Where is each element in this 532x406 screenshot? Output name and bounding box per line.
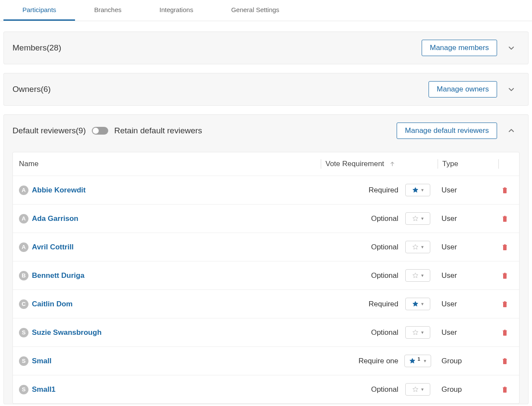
col-header-type-label: Type: [442, 160, 458, 168]
col-header-name-label: Name: [19, 160, 38, 168]
sort-asc-icon: [389, 161, 395, 167]
avatar: A: [19, 186, 28, 195]
svg-rect-23: [504, 387, 506, 387]
svg-rect-12: [503, 302, 507, 307]
reviewer-name-link[interactable]: Abbie Korewdit: [32, 186, 86, 195]
table-row: AAda GarrisonOptional▾User: [13, 204, 519, 233]
svg-rect-18: [503, 359, 507, 364]
manage-owners-button[interactable]: Manage owners: [429, 81, 497, 98]
vote-requirement-dropdown[interactable]: ▾: [405, 298, 430, 310]
owners-expand-toggle[interactable]: [503, 81, 519, 98]
reviewer-type: User: [441, 186, 457, 195]
retain-reviewers-label: Retain default reviewers: [114, 126, 202, 135]
delete-reviewer-button[interactable]: [502, 358, 508, 365]
table-row: AAbbie KorewditRequired▾User: [13, 176, 519, 204]
chevron-down-icon: ▾: [421, 387, 424, 392]
delete-reviewer-button[interactable]: [502, 187, 508, 194]
tab-branches[interactable]: Branches: [75, 0, 140, 21]
chevron-down-icon: ▾: [424, 358, 426, 364]
reviewer-name-link[interactable]: Small1: [32, 385, 56, 394]
reviewer-type: Group: [441, 357, 462, 365]
reviewer-name-link[interactable]: Bennett Duriga: [32, 271, 84, 280]
star-filled-icon: [412, 187, 419, 193]
chevron-down-icon: ▾: [421, 216, 424, 221]
reviewer-type: User: [441, 328, 457, 337]
reviewer-type: Group: [441, 385, 462, 394]
default-reviewers-title: Default reviewers(9): [13, 126, 86, 135]
reviewer-name-link[interactable]: Small: [32, 357, 51, 365]
vote-requirement-value: Required: [369, 186, 398, 195]
vote-requirement-dropdown[interactable]: ▾: [405, 212, 430, 225]
reviewer-name-link[interactable]: Suzie Swansbrough: [32, 328, 102, 337]
tab-integrations[interactable]: Integrations: [141, 0, 212, 21]
delete-reviewer-button[interactable]: [502, 215, 508, 222]
column-divider: [498, 159, 499, 169]
delete-reviewer-button[interactable]: [502, 272, 508, 279]
avatar: S: [19, 385, 28, 394]
chevron-down-icon: ▾: [421, 244, 424, 250]
table-row: BBennett DurigaOptional▾User: [13, 261, 519, 290]
chevron-down-icon: ▾: [421, 330, 424, 335]
delete-reviewer-button[interactable]: [502, 244, 508, 251]
chevron-down-icon: [508, 86, 515, 93]
tabs: Participants Branches Integrations Gener…: [0, 0, 532, 21]
tab-participants[interactable]: Participants: [3, 0, 75, 21]
svg-rect-5: [504, 216, 506, 217]
vote-requirement-dropdown[interactable]: ▾: [405, 269, 430, 282]
vote-requirement-value: Optional: [371, 214, 398, 223]
vote-requirement-value: Optional: [371, 328, 398, 337]
svg-rect-17: [504, 330, 506, 330]
table-row: SSmallRequire one1▾Group: [13, 346, 519, 375]
table-row: AAvril CottrillOptional▾User: [13, 233, 519, 261]
trash-icon: [502, 301, 508, 308]
vote-requirement-dropdown[interactable]: ▾: [405, 383, 430, 396]
chevron-up-icon: [508, 127, 515, 134]
chevron-down-icon: ▾: [421, 301, 424, 307]
svg-rect-6: [503, 245, 507, 250]
delete-reviewer-button[interactable]: [502, 386, 508, 393]
trash-icon: [502, 244, 508, 251]
default-reviewers-panel: Default reviewers(9) Retain default revi…: [3, 114, 529, 404]
reviewer-name-link[interactable]: Caitlin Dom: [32, 300, 72, 308]
delete-reviewer-button[interactable]: [502, 301, 508, 308]
vote-requirement-value: Required: [369, 300, 398, 308]
vote-requirement-value: Optional: [371, 385, 398, 394]
delete-reviewer-button[interactable]: [502, 329, 508, 336]
vote-requirement-dropdown[interactable]: ▾: [405, 326, 430, 339]
vote-requirement-value: Optional: [371, 243, 398, 252]
trash-icon: [502, 386, 508, 393]
reviewer-name-link[interactable]: Ada Garrison: [32, 214, 78, 223]
vote-requirement-dropdown[interactable]: ▾: [405, 241, 430, 253]
col-header-type[interactable]: Type: [442, 160, 498, 168]
star-outline-icon: [412, 244, 419, 250]
manage-members-button[interactable]: Manage members: [422, 40, 497, 56]
svg-rect-9: [503, 274, 507, 279]
vote-requirement-value: Require one: [358, 357, 398, 365]
retain-reviewers-toggle[interactable]: [92, 127, 108, 135]
owners-title: Owners(6): [13, 85, 51, 94]
reviewer-name-link[interactable]: Avril Cottrill: [32, 243, 74, 252]
tab-general-settings[interactable]: General Settings: [212, 0, 298, 21]
trash-icon: [502, 358, 508, 365]
members-title: Members(28): [13, 43, 61, 53]
vote-requirement-value: Optional: [371, 271, 398, 280]
column-divider: [438, 159, 438, 169]
vote-requirement-dropdown[interactable]: 1▾: [404, 355, 431, 367]
chevron-down-icon: [508, 44, 515, 51]
svg-rect-11: [504, 273, 506, 274]
reviewer-type: User: [441, 214, 457, 223]
svg-rect-8: [504, 244, 506, 245]
col-header-name[interactable]: Name: [19, 160, 321, 168]
reviewers-collapse-toggle[interactable]: [503, 123, 519, 139]
svg-rect-20: [504, 358, 506, 359]
vote-requirement-dropdown[interactable]: ▾: [405, 184, 430, 196]
table-header-row: Name Vote Requirement Type: [13, 152, 519, 176]
table-row: SSuzie SwansbroughOptional▾User: [13, 318, 519, 346]
members-expand-toggle[interactable]: [503, 40, 519, 56]
trash-icon: [502, 272, 508, 279]
reviewer-type: User: [441, 243, 457, 252]
manage-default-reviewers-button[interactable]: Manage default reviewers: [397, 123, 497, 139]
svg-rect-14: [504, 301, 506, 302]
col-header-vote[interactable]: Vote Requirement: [325, 160, 399, 168]
owners-panel: Owners(6) Manage owners: [3, 73, 529, 106]
